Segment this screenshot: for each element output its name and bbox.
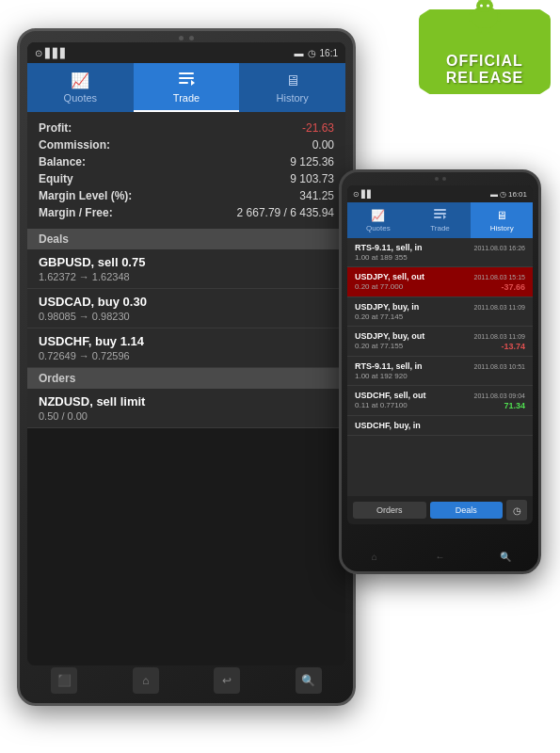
margin-level-label: Margin Level (%): bbox=[39, 189, 132, 202]
phone-list-item-0[interactable]: RTS-9.11, sell, in 2011.08.03 16:26 1.00… bbox=[347, 238, 533, 267]
profit-label: Profit: bbox=[39, 121, 72, 135]
phone-trade-label: Trade bbox=[430, 224, 450, 232]
tablet-home-btn[interactable]: ⌂ bbox=[133, 667, 159, 694]
pli-date-4: 2011.08.03 10:51 bbox=[474, 363, 526, 370]
pli-value-5: 71.34 bbox=[504, 401, 525, 410]
margin-level-value: 341.25 bbox=[299, 189, 334, 202]
phone-battery-icon: ▬ bbox=[490, 190, 498, 199]
badge-line1: OFFICIAL bbox=[419, 53, 551, 70]
order-title-1: NZDUSD, sell limit bbox=[39, 394, 334, 409]
badge-line2: RELEASE bbox=[419, 70, 551, 87]
tablet-nav-history[interactable]: 🖥 History bbox=[239, 63, 345, 112]
quotes-icon: 📈 bbox=[71, 72, 89, 89]
deal-item-2[interactable]: USDCAD, buy 0.30 0.98085 → 0.98230 bbox=[27, 289, 345, 328]
tablet-wifi-icon: ⊙ bbox=[35, 48, 42, 58]
deal-item-1[interactable]: GBPUSD, sell 0.75 1.62372 → 1.62348 bbox=[27, 249, 345, 289]
phone-list-item-5[interactable]: USDCHF, sell, out 2011.08.03 09:04 0.11 … bbox=[347, 386, 533, 416]
tablet-clock-icon: ◷ bbox=[308, 48, 316, 58]
phone-history-icon: 🖥 bbox=[496, 209, 507, 222]
orders-header: Orders bbox=[27, 368, 345, 389]
tablet-nav-trade[interactable]: Trade bbox=[134, 63, 240, 112]
phone-back-btn[interactable]: ← bbox=[430, 547, 449, 566]
history-icon: 🖥 bbox=[285, 72, 300, 89]
pli-title-2: USDJPY, buy, in bbox=[355, 302, 419, 312]
phone-camera bbox=[435, 177, 446, 181]
tablet-nav-quotes[interactable]: 📈 Quotes bbox=[27, 63, 134, 112]
commission-value: 0.00 bbox=[312, 138, 334, 152]
margin-free-value: 2 667.79 / 6 435.94 bbox=[237, 206, 334, 219]
phone-hw-buttons: ⌂ ← 🔍 bbox=[342, 547, 538, 566]
order-item-1[interactable]: NZDUSD, sell limit 0.50 / 0.00 bbox=[27, 389, 345, 428]
android-icon bbox=[466, 0, 504, 34]
svg-rect-18 bbox=[434, 216, 441, 218]
trade-icon bbox=[178, 71, 195, 89]
phone-trade-list: RTS-9.11, sell, in 2011.08.03 16:26 1.00… bbox=[347, 238, 533, 496]
tablet-back-btn[interactable]: ↩ bbox=[214, 667, 240, 694]
pli-title-5: USDCHF, sell, out bbox=[355, 391, 426, 400]
phone-list-item-3[interactable]: USDJPY, buy, out 2011.08.03 11:09 0.20 a… bbox=[347, 327, 533, 357]
pli-sub-2: 0.20 at 77.145 bbox=[355, 312, 403, 321]
tablet-info-section: Profit: -21.63 Commission: 0.00 Balance:… bbox=[27, 112, 345, 229]
pli-title-1: USDJPY, sell, out bbox=[355, 272, 424, 281]
commission-label: Commission: bbox=[39, 138, 110, 152]
svg-point-2 bbox=[480, 5, 483, 8]
tablet-status-bar: ⊙ ▋▋▋ ▬ ◷ 16:1 bbox=[27, 42, 345, 63]
equity-label: Equity bbox=[39, 172, 73, 185]
phone-nav-trade[interactable]: Trade bbox=[409, 202, 472, 238]
phone-home-btn[interactable]: ⌂ bbox=[365, 547, 384, 566]
phone-tab-orders[interactable]: Orders bbox=[353, 502, 426, 519]
phone-history-label: History bbox=[490, 224, 514, 232]
info-row-margin-free: Margin / Free: 2 667.79 / 6 435.94 bbox=[39, 204, 334, 221]
phone-nav-quotes[interactable]: 📈 Quotes bbox=[347, 202, 409, 238]
svg-rect-17 bbox=[434, 213, 446, 215]
svg-rect-12 bbox=[179, 72, 194, 74]
phone-status-bar: ⊙ ▋▋ ▬ ◷ 16:01 bbox=[347, 185, 533, 202]
tablet-search-btn[interactable]: 🔍 bbox=[296, 667, 322, 694]
pli-sub-3: 0.20 at 77.155 bbox=[355, 342, 403, 351]
tablet-camera bbox=[179, 36, 194, 40]
phone-wifi-icon: ⊙ bbox=[353, 190, 360, 199]
pli-date-1: 2011.08.03 15:15 bbox=[474, 274, 526, 280]
order-subtitle-1: 0.50 / 0.00 bbox=[39, 410, 334, 422]
phone-tab-clock[interactable]: ◷ bbox=[506, 500, 527, 521]
tablet-signal-icon: ▋▋▋ bbox=[45, 48, 68, 58]
pli-sub-4: 1.00 at 192 920 bbox=[355, 372, 408, 380]
quotes-label: Quotes bbox=[64, 92, 97, 104]
pli-date-5: 2011.08.03 09:04 bbox=[474, 393, 526, 399]
svg-marker-15 bbox=[191, 80, 195, 86]
phone-list-item-6[interactable]: USDCHF, buy, in bbox=[347, 416, 533, 436]
svg-point-3 bbox=[487, 5, 489, 8]
pli-value-1: -37.66 bbox=[501, 282, 525, 292]
svg-marker-19 bbox=[443, 215, 446, 219]
phone-search-btn[interactable]: 🔍 bbox=[496, 547, 515, 566]
deal-title-3: USDCHF, buy 1.14 bbox=[39, 334, 334, 348]
phone-nav-history[interactable]: 🖥 History bbox=[471, 202, 533, 238]
margin-free-label: Margin / Free: bbox=[39, 206, 113, 219]
info-row-equity: Equity 9 103.73 bbox=[39, 170, 334, 187]
phone-list-item-2[interactable]: USDJPY, buy, in 2011.08.03 11:09 0.20 at… bbox=[347, 297, 533, 327]
pli-sub-5: 0.11 at 0.77100 bbox=[355, 401, 408, 410]
phone-signal-icon: ▋▋ bbox=[361, 190, 373, 199]
pli-title-6: USDCHF, buy, in bbox=[355, 421, 421, 430]
phone-bottom-tabs-bar: Orders Deals ◷ bbox=[347, 496, 533, 524]
history-label: History bbox=[277, 92, 309, 104]
phone-list-item-4[interactable]: RTS-9.11, sell, in 2011.08.03 10:51 1.00… bbox=[347, 357, 533, 386]
phone-tab-deals[interactable]: Deals bbox=[430, 502, 504, 519]
info-row-margin-level: Margin Level (%): 341.25 bbox=[39, 187, 334, 204]
info-row-balance: Balance: 9 125.36 bbox=[39, 153, 334, 170]
deal-item-3[interactable]: USDCHF, buy 1.14 0.72649 → 0.72596 bbox=[27, 328, 345, 368]
phone-trade-icon bbox=[434, 208, 446, 222]
tablet-battery-icon: ▬ bbox=[295, 48, 304, 58]
tablet-device: ⊙ ▋▋▋ ▬ ◷ 16:1 📈 Quotes bbox=[17, 28, 356, 706]
svg-rect-14 bbox=[179, 82, 188, 84]
phone-list-item-1[interactable]: USDJPY, sell, out 2011.08.03 15:15 0.20 … bbox=[347, 267, 533, 297]
tablet-bottom-bar: ⬛ ⌂ ↩ 🔍 bbox=[20, 664, 353, 697]
trade-label: Trade bbox=[173, 92, 200, 104]
phone-time: 16:01 bbox=[508, 190, 527, 199]
pli-title-4: RTS-9.11, sell, in bbox=[355, 361, 423, 371]
deal-title-1: GBPUSD, sell 0.75 bbox=[39, 255, 334, 269]
phone-clock-icon: ◷ bbox=[500, 190, 506, 199]
tablet-time: 16:1 bbox=[320, 48, 338, 58]
pli-sub-1: 0.20 at 77.000 bbox=[355, 282, 403, 292]
tablet-menu-btn[interactable]: ⬛ bbox=[51, 667, 77, 694]
